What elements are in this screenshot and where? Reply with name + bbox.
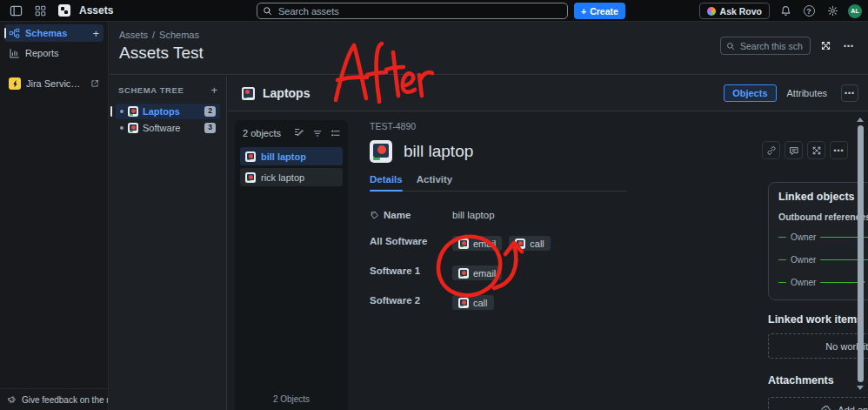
ask-rovo-button[interactable]: Ask Rovo	[699, 3, 770, 19]
object-count-badge: 3	[204, 123, 216, 132]
vertical-scrollbar[interactable]	[857, 118, 864, 410]
expand-bullet-icon[interactable]	[120, 110, 124, 113]
sidebar-toggle-icon[interactable]	[8, 3, 23, 18]
linked-work-items-title: Linked work items	[768, 313, 868, 326]
sidebar-item-label: Jira Service Managem...	[26, 78, 85, 89]
outbound-references-label: Outbound references	[778, 212, 868, 222]
breadcrumb-schemas[interactable]: Schemas	[159, 30, 199, 40]
expand-bullet-icon[interactable]	[120, 126, 124, 130]
filter-icon[interactable]	[311, 127, 324, 139]
schema-more-icon[interactable]: ⋯	[840, 37, 858, 55]
search-icon	[726, 42, 735, 50]
scroll-up-arrow[interactable]	[857, 118, 864, 122]
bulk-edit-icon[interactable]	[293, 127, 305, 139]
help-icon[interactable]: ?	[801, 3, 817, 19]
focus-indicator	[4, 28, 6, 38]
tab-attributes[interactable]: Attributes	[778, 84, 836, 102]
user-avatar[interactable]: AL	[848, 4, 862, 18]
global-search-input[interactable]	[277, 5, 562, 17]
linked-object-row: Owner email	[778, 230, 868, 245]
give-feedback-button[interactable]: Give feedback on the ne...	[0, 388, 108, 410]
object-type-icon	[458, 298, 469, 308]
object-row-rick-laptop[interactable]: rick laptop	[240, 168, 343, 186]
tree-item-label: Laptops	[143, 106, 200, 117]
schema-search-input[interactable]	[738, 40, 805, 52]
object-type-icon	[242, 87, 255, 100]
sidebar-item-jsm[interactable]: Jira Service Managem...	[4, 75, 103, 92]
schema-search-box[interactable]	[720, 37, 811, 55]
object-row-bill-laptop[interactable]: bill laptop	[240, 147, 343, 165]
tab-activity[interactable]: Activity	[417, 174, 453, 191]
external-link-icon	[90, 79, 99, 88]
schema-tree-panel: SCHEMA TREE + Laptops 2 Software 3	[110, 76, 227, 410]
sidebar-item-reports[interactable]: Reports	[4, 44, 103, 62]
feedback-label: Give feedback on the ne...	[22, 395, 108, 405]
object-type-icon	[515, 239, 525, 249]
object-detail-panel: ⋯ TEST-4890 bill laptop Details Activity	[347, 112, 851, 410]
view-more-icon[interactable]: ⋯	[841, 84, 858, 102]
field-value: bill laptop	[452, 210, 495, 220]
attachments-empty-state[interactable]: Add an attachment	[768, 397, 868, 410]
reports-icon	[9, 48, 20, 59]
left-sidebar: Schemas + Reports Jira Service Managem..…	[0, 22, 109, 410]
schema-header: Assets / Schemas Assets Test ⋯	[110, 22, 868, 75]
attachments-header: Attachments +	[768, 372, 868, 389]
sidebar-item-label: Schemas	[25, 28, 87, 38]
object-type-icon	[458, 239, 469, 249]
breadcrumb: Assets / Schemas	[119, 30, 199, 40]
object-count-label: 2 objects	[243, 128, 293, 138]
sidebar-item-schemas[interactable]: Schemas +	[4, 24, 103, 42]
relation-line	[778, 282, 786, 284]
linked-object-chip-call[interactable]: call	[452, 295, 494, 310]
top-navigation-bar: Assets + Create Ask Rovo ? AL	[0, 0, 868, 22]
scrollbar-thumb[interactable]	[858, 125, 864, 382]
tree-item-software[interactable]: Software 3	[116, 120, 220, 136]
rovo-icon	[707, 7, 716, 16]
relation-line	[778, 237, 786, 239]
scroll-down-arrow[interactable]	[857, 386, 864, 390]
add-object-type-icon[interactable]: +	[210, 84, 217, 96]
notifications-bell-icon[interactable]	[778, 3, 793, 19]
linked-objects-title: Linked objects	[778, 191, 868, 203]
linked-work-items-header: Linked work items Filter: Active	[768, 313, 868, 326]
page-title: Assets Test	[119, 44, 204, 63]
relation-label: Owner	[791, 278, 816, 287]
object-type-icon	[245, 172, 256, 183]
create-button[interactable]: + Create	[574, 3, 625, 19]
relation-arrow	[820, 282, 862, 284]
object-type-icon	[128, 123, 138, 133]
tab-details[interactable]: Details	[370, 174, 403, 191]
object-type-icon-large	[370, 140, 392, 163]
list-view-icon[interactable]	[330, 127, 342, 139]
object-type-icon	[458, 268, 469, 279]
linked-object-chip-email[interactable]: email	[452, 265, 502, 280]
attachments-title: Attachments	[768, 374, 868, 386]
plus-icon: +	[581, 6, 586, 17]
object-count-badge: 2	[204, 106, 216, 116]
object-view-content: 2 objects bill laptop	[228, 112, 868, 410]
add-schema-icon[interactable]: +	[92, 28, 99, 39]
breadcrumb-assets[interactable]: Assets	[119, 30, 148, 40]
tree-item-laptops[interactable]: Laptops 2	[116, 104, 220, 119]
field-row-software-1: Software 1 email	[370, 265, 631, 280]
sidebar-item-label: Reports	[25, 48, 99, 58]
focus-indicator	[110, 106, 112, 117]
settings-gear-icon[interactable]	[825, 3, 840, 19]
linked-object-chip-call[interactable]: call	[509, 236, 551, 251]
assets-logo-icon[interactable]	[57, 3, 72, 18]
global-search-box[interactable]	[257, 3, 568, 19]
field-label: Software 1	[370, 265, 420, 276]
field-label: All Software	[370, 236, 427, 246]
object-graph-expand-icon[interactable]	[817, 37, 834, 55]
upload-cloud-icon	[820, 404, 831, 410]
linked-object-chip-email[interactable]: email	[452, 236, 502, 251]
detail-side-rail: Linked objects Object gr... Outbound ref…	[768, 112, 868, 410]
object-title: bill laptop	[404, 142, 473, 161]
tab-objects[interactable]: Objects	[724, 84, 776, 102]
megaphone-icon	[7, 394, 17, 405]
app-switcher-icon[interactable]	[32, 3, 48, 18]
app-title: Assets	[79, 4, 113, 17]
schema-tree-heading: SCHEMA TREE	[118, 85, 184, 95]
object-list-footer: 2 Objects	[235, 394, 348, 404]
field-row-name: Name bill laptop	[370, 210, 631, 221]
